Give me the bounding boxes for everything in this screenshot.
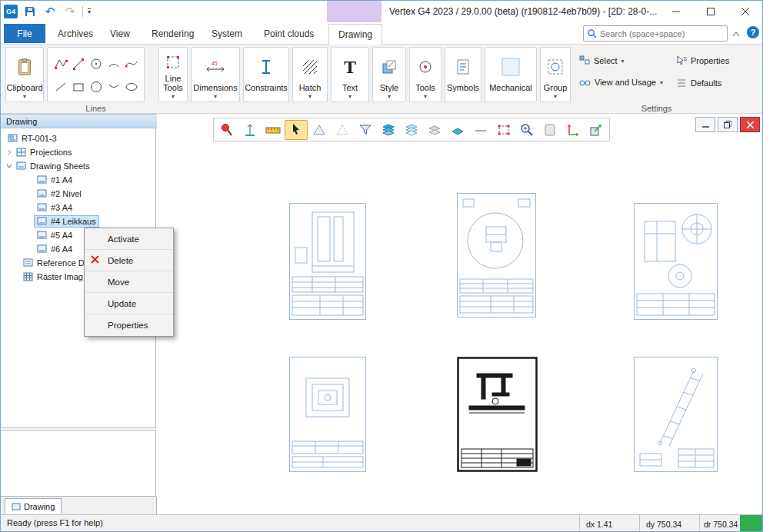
sheet-thumbnail-1[interactable] — [289, 203, 366, 320]
tree-item-sheet-2[interactable]: #2 Nivel — [1, 187, 155, 201]
status-dx: dx 1.41 — [579, 515, 639, 532]
save-icon[interactable] — [22, 4, 38, 19]
tools-button[interactable]: Tools ▾ — [409, 47, 441, 102]
search-box[interactable] — [583, 25, 728, 42]
circle-icon[interactable] — [87, 75, 105, 98]
reference-icon — [23, 258, 34, 268]
tree-item-sheet-3[interactable]: #3 A4 — [1, 201, 155, 214]
symbols-icon — [455, 50, 471, 84]
redo-icon[interactable]: ↷ — [62, 4, 78, 19]
settings-group-label: Settings — [574, 104, 739, 113]
tab-file[interactable]: File — [4, 24, 45, 43]
polyline-icon[interactable] — [52, 52, 69, 75]
dropdown-caret-icon: ▾ — [554, 93, 557, 100]
customize-caret-icon[interactable]: ▾ — [88, 8, 91, 15]
tab-archives[interactable]: Archives — [48, 24, 102, 43]
sheet-icon — [37, 231, 48, 240]
rectangle-icon[interactable] — [69, 75, 87, 98]
line-tools-button[interactable]: Line Tools ▾ — [158, 47, 188, 102]
status-message: Ready (press F1 for help) — [7, 518, 103, 527]
maximize-button[interactable] — [693, 1, 728, 22]
document-restore-button[interactable] — [718, 117, 738, 132]
tree-item-drawing-sheets[interactable]: Drawing Sheets — [1, 159, 155, 173]
select-button[interactable]: Select ▾ — [579, 55, 625, 66]
clipboard-gray-icon[interactable] — [538, 120, 561, 140]
view-and-usage-button[interactable]: View and Usage ▾ — [579, 78, 663, 87]
line-icon[interactable] — [52, 75, 69, 98]
mechanical-button[interactable]: Mechanical ▾ — [485, 47, 537, 102]
tab-rendering[interactable]: Rendering — [142, 24, 203, 43]
tab-view[interactable]: View — [101, 24, 139, 43]
selection-box-icon[interactable] — [492, 120, 515, 140]
tree-item-projections[interactable]: Projections — [1, 145, 155, 159]
text-button[interactable]: T Text ▾ — [331, 47, 369, 102]
context-menu-item-activate[interactable]: Activate — [85, 228, 173, 250]
application-window: G4 ↶ ↷ ▾ Vertex G4 2023 / 29.0.00 (beta)… — [0, 0, 763, 532]
undo-icon[interactable]: ↶ — [42, 4, 58, 19]
ruler-icon[interactable] — [262, 120, 285, 140]
axes-icon[interactable] — [561, 120, 585, 140]
expand-chevron-icon[interactable] — [5, 149, 14, 155]
sheet-thumbnail-6[interactable] — [634, 357, 718, 472]
defaults-button[interactable]: Defaults — [676, 78, 721, 88]
context-menu-item-delete[interactable]: Delete — [85, 250, 173, 271]
filter-icon[interactable] — [354, 120, 377, 140]
symbols-button[interactable]: Symbols ▾ — [445, 47, 481, 102]
tab-point-clouds[interactable]: Point clouds — [255, 24, 323, 43]
properties-button[interactable]: Properties — [676, 55, 729, 66]
sheet-thumbnail-4[interactable] — [289, 357, 366, 472]
pin-icon[interactable] — [215, 120, 238, 140]
ribbon-tab-row: File Archives View Rendering System Poin… — [1, 22, 762, 45]
tree-item-root[interactable]: RT-001-3 — [1, 131, 155, 145]
arc-icon[interactable] — [105, 52, 122, 75]
hatch-button[interactable]: Hatch ▾ — [292, 47, 328, 102]
view-usage-icon — [579, 78, 591, 87]
triangle-icon[interactable] — [308, 120, 331, 140]
layers-light-icon[interactable] — [400, 120, 423, 140]
zoom-in-icon[interactable] — [515, 120, 538, 140]
document-close-button[interactable] — [740, 117, 760, 132]
tree-item-sheet-1[interactable]: #1 A4 — [1, 173, 155, 187]
circle-center-icon[interactable] — [87, 52, 105, 75]
triangle-hidden-icon[interactable] — [331, 120, 354, 140]
search-input[interactable] — [600, 29, 724, 38]
style-icon — [382, 50, 397, 84]
context-menu-item-properties[interactable]: Properties — [85, 314, 173, 336]
arc-down-icon[interactable] — [105, 75, 122, 98]
sidebar-tab-drawing[interactable]: Drawing — [5, 498, 62, 514]
dimensions-icon: 45 — [205, 50, 225, 84]
lines-group — [47, 47, 145, 102]
collapse-chevron-icon[interactable] — [5, 163, 14, 169]
sheet-thumbnail-3[interactable] — [634, 203, 718, 320]
status-bar: Ready (press F1 for help) dx 1.41 dy 750… — [1, 514, 762, 532]
clipboard-button[interactable]: Clipboard ▾ — [5, 47, 44, 102]
style-button[interactable]: Style ▾ — [372, 47, 406, 102]
layers-blue-icon[interactable] — [377, 120, 400, 140]
group-button[interactable]: Group ▾ — [540, 47, 571, 102]
constraints-button[interactable]: Constraints ▾ — [243, 47, 289, 102]
tab-system[interactable]: System — [202, 24, 252, 43]
collapse-ribbon-icon[interactable] — [732, 28, 740, 39]
context-menu-item-move[interactable]: Move — [85, 271, 173, 293]
line-tools-icon — [165, 50, 181, 75]
spline-icon[interactable] — [122, 52, 140, 75]
layer-flat-icon[interactable] — [446, 120, 469, 140]
minimize-button[interactable] — [658, 1, 693, 22]
sheet-thumbnail-2[interactable] — [457, 193, 536, 318]
line-node-icon[interactable] — [69, 52, 87, 75]
layers-gray-icon[interactable] — [423, 120, 446, 140]
line-thin-icon[interactable] — [469, 120, 492, 140]
document-minimize-button[interactable] — [695, 117, 715, 132]
context-menu-item-update[interactable]: Update — [85, 293, 173, 314]
help-button[interactable]: ? — [747, 26, 759, 38]
select-cursor-icon[interactable] — [285, 120, 308, 140]
tree-item-sheet-4-selected[interactable]: #4 Leikkaus — [1, 214, 155, 228]
measure-vertical-icon[interactable] — [238, 120, 262, 140]
view-transform-icon[interactable] — [585, 120, 608, 140]
quick-access-toolbar: G4 ↶ ↷ ▾ — [4, 1, 91, 22]
close-button[interactable] — [728, 1, 762, 22]
dimensions-button[interactable]: 45 Dimensions ▾ — [191, 47, 240, 102]
sheet-thumbnail-5-active[interactable] — [457, 357, 538, 472]
tab-drawing[interactable]: Drawing — [328, 24, 382, 45]
ellipse-icon[interactable] — [122, 75, 140, 98]
